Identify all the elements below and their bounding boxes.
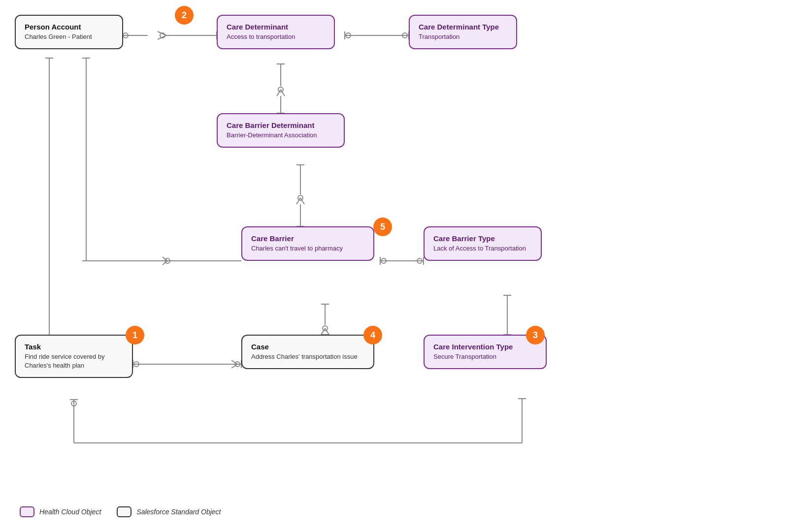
badge-1: 1 (126, 326, 144, 344)
care-determinant-subtitle: Access to transportation (227, 32, 325, 41)
care-barrier-type-subtitle: Lack of Access to Transportation (433, 244, 532, 253)
care-intervention-type-subtitle: Secure Transportation (433, 352, 537, 361)
legend-hco-box (20, 506, 34, 517)
task-subtitle: Find ride service covered by Charles's h… (25, 352, 123, 370)
svg-point-51 (417, 258, 422, 263)
legend: Health Cloud Object Salesforce Standard … (20, 506, 221, 517)
person-account-title: Person Account (25, 23, 113, 31)
svg-point-18 (278, 87, 283, 92)
svg-line-56 (321, 328, 325, 335)
svg-line-27 (300, 198, 304, 204)
svg-point-62 (235, 362, 240, 367)
legend-sso-box (117, 506, 131, 517)
svg-line-47 (163, 261, 167, 265)
case-subtitle: Address Charles' transportation issue (251, 352, 364, 361)
care-barrier-determinant-node: Care Barrier Determinant Barrier-Determi… (217, 113, 345, 148)
svg-point-25 (298, 195, 303, 200)
legend-hco: Health Cloud Object (20, 506, 101, 517)
svg-line-26 (296, 198, 300, 204)
svg-point-49 (381, 258, 386, 263)
svg-point-45 (165, 258, 170, 263)
svg-point-2 (123, 33, 128, 38)
care-determinant-type-subtitle: Transportation (419, 32, 507, 41)
legend-hco-label: Health Cloud Object (39, 508, 101, 516)
care-barrier-type-title: Care Barrier Type (433, 234, 532, 243)
svg-line-64 (231, 364, 237, 368)
svg-point-13 (402, 33, 407, 38)
care-barrier-node: Care Barrier Charles can't travel to pha… (241, 226, 374, 261)
care-determinant-type-title: Care Determinant Type (419, 23, 507, 31)
care-determinant-title: Care Determinant (227, 23, 325, 31)
badge-2: 2 (175, 6, 194, 25)
care-intervention-type-title: Care Intervention Type (433, 343, 537, 351)
svg-line-19 (277, 90, 281, 96)
case-node: Case Address Charles' transportation iss… (241, 335, 374, 369)
connectors-svg (0, 0, 788, 532)
care-determinant-type-node: Care Determinant Type Transportation (409, 15, 517, 49)
svg-point-55 (323, 326, 328, 331)
badge-5: 5 (373, 218, 392, 236)
badge-4: 4 (363, 326, 382, 344)
care-determinant-node: Care Determinant Access to transportatio… (217, 15, 335, 49)
svg-line-57 (325, 328, 329, 335)
care-barrier-title: Care Barrier (251, 234, 364, 243)
legend-sso: Salesforce Standard Object (117, 506, 221, 517)
care-barrier-determinant-subtitle: Barrier-Determinant Association (227, 131, 335, 140)
svg-point-5 (160, 33, 165, 38)
diagram-container: Person Account Charles Green - Patient 2… (0, 0, 788, 532)
svg-point-60 (134, 362, 139, 367)
case-title: Case (251, 343, 364, 351)
badge-3: 3 (526, 326, 545, 344)
care-barrier-type-node: Care Barrier Type Lack of Access to Tran… (424, 226, 542, 261)
task-node: Task Find ride service covered by Charle… (15, 335, 133, 378)
svg-line-20 (281, 90, 285, 96)
care-barrier-subtitle: Charles can't travel to pharmacy (251, 244, 364, 253)
svg-line-6 (158, 31, 166, 35)
svg-line-63 (231, 360, 237, 364)
person-account-subtitle: Charles Green - Patient (25, 32, 113, 41)
svg-line-46 (163, 257, 167, 261)
person-account-node: Person Account Charles Green - Patient (15, 15, 123, 49)
care-barrier-determinant-title: Care Barrier Determinant (227, 121, 335, 129)
svg-point-11 (346, 33, 351, 38)
svg-line-7 (158, 35, 166, 39)
legend-sso-label: Salesforce Standard Object (136, 508, 221, 516)
task-title: Task (25, 343, 123, 351)
svg-point-67 (71, 401, 76, 406)
